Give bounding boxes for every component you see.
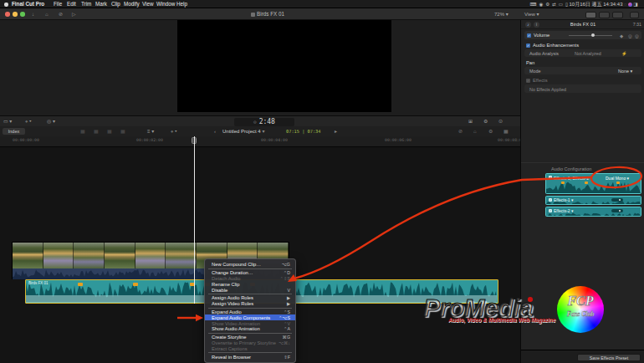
audio-inspector-tab-icon[interactable]: ♪ <box>525 22 531 28</box>
volume-slider[interactable] <box>569 35 612 36</box>
inspector-clip-duration: 7:31 <box>633 20 641 29</box>
keyframe-next-icon[interactable]: ◎ <box>635 33 639 38</box>
viewer-video-frame[interactable] <box>177 20 391 112</box>
keyframe-diamond-icon[interactable]: ◆ <box>620 33 623 38</box>
audio-config-component-1[interactable]: ✓ Effects-1 ▾ <box>545 196 641 205</box>
marker-menu[interactable]: ≡ ▾ <box>147 126 154 136</box>
timeline-ruler[interactable]: 00:00:00:00 00:00:02:00 00:00:04:00 00:0… <box>0 136 520 147</box>
app-menu[interactable]: Final Cut Pro <box>12 0 44 8</box>
menu-item-disable[interactable]: DisableV <box>205 287 295 293</box>
menu-item-new-compound-clip[interactable]: New Compound Clip…⌥G <box>205 262 295 268</box>
close-window-button[interactable] <box>5 12 10 17</box>
save-effects-preset-button[interactable]: Save Effects Preset <box>577 354 641 361</box>
config-beat-marker <box>585 182 588 184</box>
menu-item-expand-audio[interactable]: Expand Audio⌃S <box>205 309 295 315</box>
sync-icon[interactable]: ⇄ <box>552 0 556 8</box>
config-beat-marker <box>616 182 620 184</box>
no-effects-row: No Effects Applied <box>524 84 641 93</box>
menubar-clock[interactable]: 10月16日 週五 14:34:43 <box>569 2 622 7</box>
menu-edit[interactable]: Edit <box>67 0 76 8</box>
siri-icon[interactable] <box>628 3 632 7</box>
zoom-window-button[interactable] <box>20 12 25 17</box>
toggle-timeline-button[interactable] <box>599 12 610 18</box>
volume-checkbox[interactable]: ✓ <box>527 33 531 38</box>
audio-enhancements-section: ✓ Audio Enhancements <box>521 42 644 49</box>
menu-clip[interactable]: Clip <box>111 0 120 8</box>
menu-trim[interactable]: Trim <box>81 0 91 8</box>
menu-view[interactable]: View <box>142 0 154 8</box>
ruler-tick: 00:00:00:00 <box>13 138 39 142</box>
import-media-icon[interactable]: ↓ <box>32 8 34 20</box>
main-clip-checkbox[interactable]: ✓ <box>549 176 552 179</box>
menu-item-assign-audio-roles[interactable]: Assign Audio Roles▶ <box>205 295 295 301</box>
window-title-bar: ↓ ⌂ ⊘ ▷ Birds FX 01 72% ▾ View ▾ <box>0 8 644 20</box>
menu-item-change-duration[interactable]: Change Duration…⌃D <box>205 270 295 276</box>
menu-help[interactable]: Help <box>176 0 187 8</box>
project-back-chevron[interactable]: ‹ <box>214 126 216 136</box>
pan-section-label: Pan <box>526 60 534 65</box>
share-button[interactable] <box>630 12 639 18</box>
menu-item-extract-captions: Extract Captions <box>205 345 295 351</box>
battery-icon[interactable]: ▯ <box>565 0 568 8</box>
audio-enhancements-checkbox[interactable]: ✓ <box>526 43 530 48</box>
minimize-window-button[interactable] <box>13 12 18 17</box>
inspector-header: ♪ i Birds FX 01 7:31 <box>521 20 644 29</box>
control-center-icon[interactable]: ◨ <box>633 0 637 8</box>
spotlight-icon[interactable]: ◌ <box>624 0 626 8</box>
component-2-checkbox[interactable]: ✓ <box>549 209 552 212</box>
apple-menu-icon[interactable] <box>4 3 8 7</box>
window-title: Birds FX 01 <box>213 8 322 20</box>
position-menu[interactable]: ⌖ ▾ <box>171 126 177 136</box>
keyframe-prev-icon[interactable]: ◎ <box>628 33 632 38</box>
viewer-view-menu[interactable]: View ▾ <box>524 8 539 20</box>
menu-item-assign-video-roles[interactable]: Assign Video Roles▶ <box>205 301 295 307</box>
toggle-inspector-button[interactable] <box>612 12 623 18</box>
keyword-icon[interactable]: ⌂ <box>45 8 49 20</box>
clip-context-menu: New Compound Clip…⌥G Change Duration…⌃D … <box>204 258 296 363</box>
inspector-clip-name: Birds FX 01 <box>546 20 620 29</box>
section-divider <box>521 162 644 163</box>
settings-icon[interactable]: ⚙ <box>545 0 549 8</box>
mode-label: Mode <box>529 69 541 74</box>
audio-clip-label: Birds FX 01 <box>28 281 49 285</box>
magic-wand-icon[interactable]: ⚡ <box>621 51 627 56</box>
project-name-menu[interactable]: Untitled Project 4 ▾ <box>222 126 264 136</box>
component-2-waveform <box>546 212 641 217</box>
snapping-icon[interactable]: ▦ <box>503 126 509 136</box>
audio-analysis-row[interactable]: Audio Analysis Not Analyzed ⚡ <box>524 49 641 57</box>
display-icon[interactable]: ▭ <box>559 0 563 8</box>
viewer-zoom-control[interactable]: 72% ▾ <box>494 8 509 20</box>
mode-value-dropdown[interactable]: None ▾ <box>618 69 632 74</box>
audio-config-component-2[interactable]: ✓ Effects-2 ▾ <box>545 207 641 217</box>
solo-icon[interactable]: ⚙ <box>488 126 493 136</box>
menu-item-show-audio-animation[interactable]: Show Audio Animation⌃A <box>205 326 295 332</box>
background-tasks-icon[interactable]: ⊘ <box>59 8 63 20</box>
menu-file[interactable]: File <box>54 0 62 8</box>
menu-item-expand-audio-components[interactable]: Expand Audio Components⌃⌥S <box>205 314 295 320</box>
audio-skimming-icon[interactable]: ⌂ <box>473 126 477 136</box>
menu-item-create-storyline[interactable]: Create Storyline⌘G <box>205 335 295 340</box>
bluetooth-icon[interactable]: ◉ <box>539 0 543 8</box>
audio-configuration-title: Audio Configuration <box>551 166 591 171</box>
keyboard-icon[interactable]: ⌨ <box>529 0 536 8</box>
playhead-line[interactable] <box>194 136 195 304</box>
skimming-toggle-icon[interactable]: ⊘ <box>458 126 463 136</box>
volume-slider-knob[interactable] <box>591 33 595 37</box>
info-inspector-tab-icon[interactable]: i <box>534 22 539 28</box>
channel-mode-dropdown[interactable]: Dual Mono ▾ <box>606 176 629 181</box>
extensions-icon[interactable]: ▷ <box>72 8 76 20</box>
menu-item-reveal-in-browser[interactable]: Reveal in Browser⇧F <box>205 354 295 360</box>
effects-checkbox[interactable]: ✓ <box>526 79 530 83</box>
menu-item-rename-clip[interactable]: Rename Clip <box>205 281 295 287</box>
toggle-browser-button[interactable] <box>585 12 596 18</box>
menu-modify[interactable]: Modify <box>124 0 140 8</box>
menu-item-overwrite-to-primary-storyline: Overwrite to Primary Storyline⌥⌘↓ <box>205 340 295 346</box>
project-forward-chevron[interactable]: ▸ <box>335 126 337 136</box>
timecode-dashboard: ⊙2:48 <box>234 118 294 126</box>
index-button[interactable]: Index <box>3 128 25 135</box>
menu-mark[interactable]: Mark <box>95 0 107 8</box>
menu-item-show-video-animation: Show Video Animation⌃V <box>205 320 295 326</box>
beat-marker <box>78 283 83 286</box>
menu-window[interactable]: Window <box>156 0 175 8</box>
audio-config-main-clip[interactable]: ✓ Effects-1, Effects-2 Dual Mono ▾ <box>545 173 641 194</box>
